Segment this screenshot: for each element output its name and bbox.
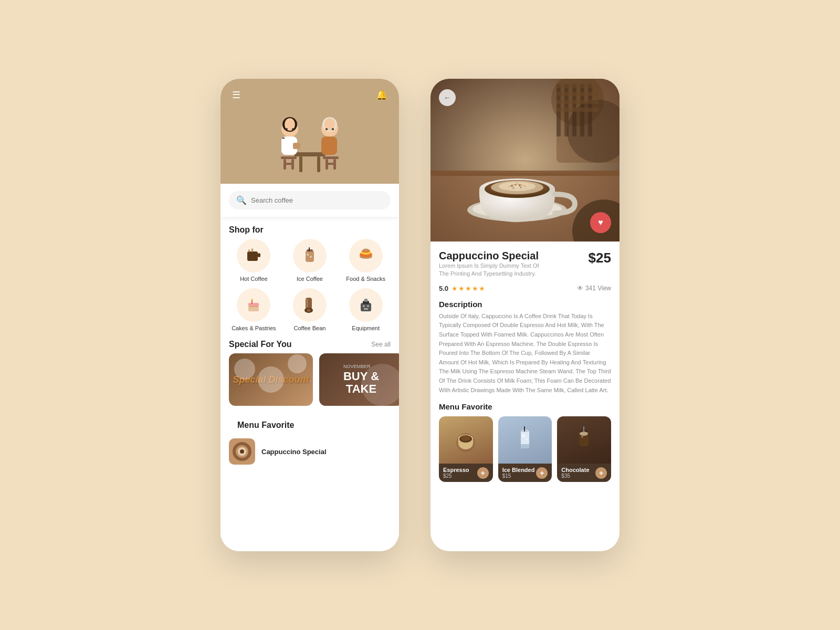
buy-take-card[interactable]: NOVEMBER BUY &TAKE	[319, 353, 399, 406]
coffee-bean-icon	[293, 288, 327, 322]
ice-blended-image	[498, 416, 552, 464]
svg-rect-99	[521, 444, 529, 448]
svg-rect-0	[294, 152, 326, 156]
menu-favorite-title: Menu Favorite	[229, 412, 391, 434]
menu-fav-cappuccino[interactable]: Cappuccino Special	[229, 434, 391, 469]
cappuccino-thumb	[229, 438, 255, 465]
category-equipment[interactable]: Equipment	[341, 288, 391, 331]
search-input[interactable]	[251, 196, 383, 204]
svg-point-61	[240, 449, 244, 454]
ice-blended-footer: Ice Blended $15 +	[498, 464, 552, 482]
svg-rect-71	[556, 84, 598, 88]
svg-rect-7	[323, 156, 339, 159]
svg-point-97	[522, 434, 525, 437]
chocolate-footer: Chocolate $35 +	[557, 464, 611, 482]
category-hot-coffee[interactable]: Hot Coffee	[229, 239, 279, 282]
svg-point-88	[517, 182, 518, 183]
menu-card-espresso[interactable]: Espresso $25 +	[439, 416, 493, 482]
see-all-link[interactable]: See all	[371, 341, 391, 348]
food-snacks-icon	[349, 239, 383, 272]
product-short-desc: Lorem Ipsum Is Simply Dummy Text Of The …	[439, 262, 544, 278]
equipment-label: Equipment	[352, 325, 380, 331]
svg-rect-29	[306, 250, 314, 262]
svg-rect-25	[247, 251, 258, 261]
svg-rect-2	[317, 156, 320, 172]
svg-point-47	[307, 309, 311, 312]
svg-rect-1	[299, 156, 302, 172]
back-button[interactable]: ←	[439, 89, 456, 106]
favorite-button[interactable]: ♥	[590, 212, 611, 233]
svg-rect-72	[556, 92, 598, 96]
svg-point-98	[526, 438, 528, 440]
espresso-footer: Espresso $25 +	[439, 464, 493, 482]
svg-rect-102	[583, 426, 584, 432]
description-title: Description	[439, 300, 611, 309]
left-phone: ☰ 🔔	[220, 79, 399, 551]
svg-rect-3	[281, 156, 297, 159]
svg-rect-73	[556, 100, 598, 104]
add-chocolate-button[interactable]: +	[595, 467, 607, 479]
special-discount-card[interactable]: Special Discount	[229, 353, 313, 406]
rating-stars: ★★★★★	[452, 285, 486, 292]
bell-icon[interactable]: 🔔	[376, 89, 387, 101]
search-bar[interactable]: 🔍	[229, 191, 391, 209]
heart-icon: ♥	[598, 218, 603, 227]
menu-card-ice-blended[interactable]: Ice Blended $15 +	[498, 416, 552, 482]
add-ice-blended-button[interactable]: +	[536, 467, 548, 479]
product-top-row: Cappuccino Special Lorem Ipsum Is Simply…	[439, 250, 611, 282]
svg-point-43	[251, 299, 253, 301]
hot-coffee-icon	[237, 239, 270, 272]
specials-row: Special Discount NOVEMBER BUY &TAKE	[220, 353, 399, 406]
category-ice-coffee[interactable]: Ice Coffee	[285, 239, 335, 282]
svg-rect-41	[249, 306, 258, 307]
menu-fav-title: Menu Favorite	[439, 402, 611, 411]
coffee-bean-label: Coffee Bean	[294, 325, 326, 331]
svg-rect-48	[361, 303, 371, 311]
category-food-snacks[interactable]: Food & Snacks	[341, 239, 391, 282]
category-cakes-pastries[interactable]: Cakes & Pastries	[229, 288, 279, 331]
svg-point-57	[361, 364, 399, 406]
views-count: 👁 341 View	[577, 285, 611, 292]
menu-card-chocolate[interactable]: Chocolate $35 +	[557, 416, 611, 482]
svg-rect-18	[293, 143, 300, 149]
cakes-pastries-label: Cakes & Pastries	[232, 325, 276, 331]
chocolate-image	[557, 416, 611, 464]
category-coffee-bean[interactable]: Coffee Bean	[285, 288, 335, 331]
food-snacks-label: Food & Snacks	[346, 276, 385, 282]
svg-point-86	[513, 187, 514, 189]
menu-favorite-section: Menu Favorite Cappuccino Special	[220, 406, 399, 469]
svg-rect-26	[258, 253, 260, 257]
svg-point-52	[367, 305, 369, 307]
menu-icon[interactable]: ☰	[232, 89, 240, 101]
svg-rect-27	[248, 249, 250, 252]
svg-rect-76	[430, 171, 620, 176]
product-hero: ← ♥	[430, 79, 620, 242]
svg-rect-6	[284, 163, 294, 165]
svg-rect-53	[364, 308, 368, 310]
svg-rect-74	[556, 108, 598, 112]
svg-rect-28	[251, 248, 253, 252]
add-espresso-button[interactable]: +	[477, 467, 489, 479]
menu-cards-row: Espresso $25 + Ice Blended $15	[439, 416, 611, 482]
svg-rect-50	[364, 299, 368, 302]
svg-point-33	[310, 256, 312, 258]
chocolate-name: Chocolate	[561, 467, 589, 473]
svg-point-16	[286, 128, 288, 130]
description-text: Outside Of Italy, Cappuccino Is A Coffee…	[439, 312, 611, 395]
left-phone-header: ☰ 🔔	[220, 79, 399, 184]
ice-blended-price: $15	[502, 473, 535, 479]
cakes-pastries-icon	[237, 288, 270, 322]
search-wrapper: 🔍	[220, 184, 399, 217]
svg-rect-10	[326, 163, 336, 165]
product-name: Cappuccino Special	[439, 250, 544, 262]
rating-row: 5.0 ★★★★★ 👁 341 View	[439, 285, 611, 292]
espresso-name: Espresso	[443, 467, 469, 473]
svg-point-55	[258, 366, 284, 393]
right-phone: ← ♥ Cappuccino Special Lorem Ipsum Is Si…	[430, 79, 620, 551]
left-phone-body: 🔍 Shop for Hot Coffee Ice Coffee	[220, 184, 399, 551]
svg-point-54	[234, 359, 255, 380]
svg-point-23	[326, 128, 328, 130]
svg-point-17	[292, 128, 294, 130]
svg-rect-45	[306, 299, 308, 308]
product-price: $25	[589, 250, 611, 266]
